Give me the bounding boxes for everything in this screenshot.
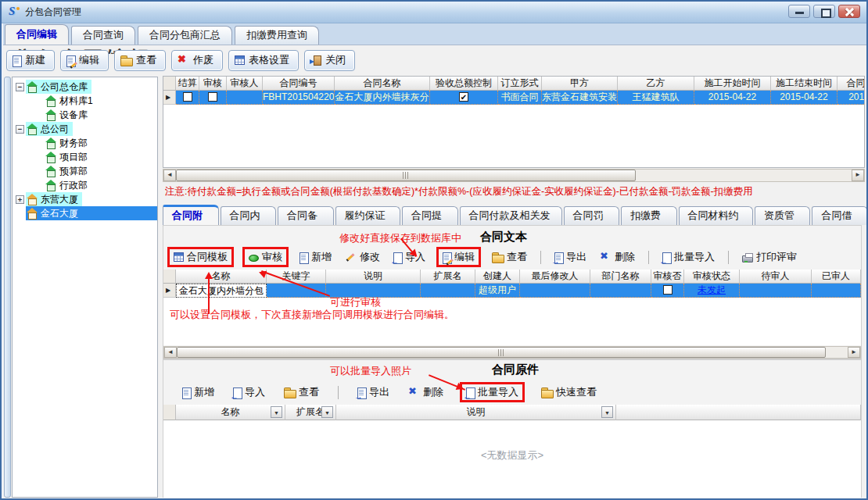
toolbar-button[interactable]: 删除 bbox=[406, 384, 446, 401]
column-header[interactable]: 合同名称 bbox=[335, 77, 430, 91]
row-indicator[interactable] bbox=[163, 284, 176, 298]
column-header[interactable]: 甲方 bbox=[542, 77, 618, 91]
grid-cell[interactable] bbox=[520, 284, 590, 298]
toolbar-button[interactable]: 表格设置 bbox=[228, 50, 299, 71]
scrollbar-thumb[interactable] bbox=[177, 347, 826, 358]
main-tab-3[interactable]: 合同分包商汇总 bbox=[138, 26, 232, 45]
column-header[interactable]: 验收总额控制 bbox=[430, 77, 498, 91]
checkbox[interactable] bbox=[663, 285, 673, 295]
column-header[interactable]: 订立形式 bbox=[498, 77, 542, 91]
tree-item[interactable]: 预算部 bbox=[13, 164, 157, 178]
filter-dropdown-icon[interactable] bbox=[321, 406, 333, 418]
column-header[interactable]: 审核 bbox=[199, 77, 227, 91]
column-header[interactable]: 名称 bbox=[176, 405, 285, 420]
grid-cell[interactable]: 超级用户 bbox=[475, 284, 520, 298]
column-header[interactable]: 结算 bbox=[176, 77, 199, 91]
main-tab-1[interactable]: 合同编辑 bbox=[5, 24, 69, 45]
grid-cell[interactable]: 2015-04-22 bbox=[694, 91, 771, 105]
tree-item-body[interactable]: 东营大厦 bbox=[26, 192, 82, 206]
toolbar-button[interactable]: 快速查看 bbox=[539, 384, 599, 401]
tree-item-body[interactable]: 项目部 bbox=[45, 150, 91, 164]
toolbar-button[interactable]: →导出 bbox=[552, 248, 589, 266]
grid-cell[interactable]: FBHT2015042201 bbox=[263, 91, 335, 105]
detail-tab-2[interactable]: 合同内容 bbox=[221, 206, 277, 225]
main-tab-2[interactable]: 合同查询 bbox=[71, 26, 135, 45]
toolbar-button[interactable]: 作废 bbox=[171, 50, 223, 71]
collapsed-splitter[interactable] bbox=[4, 77, 11, 498]
detail-tab-8[interactable]: 扣缴费用 bbox=[621, 206, 677, 225]
grid-cell[interactable]: ✔ bbox=[430, 91, 498, 105]
tree-item[interactable]: 材料库1 bbox=[13, 94, 157, 108]
checkbox[interactable]: ✔ bbox=[459, 92, 468, 102]
toolbar-button[interactable]: 关闭 bbox=[304, 50, 355, 71]
detail-tab-3[interactable]: 合同备注 bbox=[278, 206, 334, 225]
toolbar-button[interactable]: ←导入 bbox=[231, 384, 267, 401]
column-header[interactable]: 最后修改人 bbox=[520, 270, 590, 284]
tree-item-body[interactable]: 设备库 bbox=[45, 108, 91, 122]
column-header[interactable]: 扩展名 bbox=[421, 270, 475, 284]
grid-cell[interactable] bbox=[199, 91, 227, 105]
tree-item-body[interactable]: 行政部 bbox=[45, 178, 91, 192]
toolbar-button[interactable]: 审核 bbox=[242, 247, 289, 267]
toolbar-button[interactable]: 查看 bbox=[282, 384, 321, 401]
grid-cell[interactable] bbox=[651, 284, 684, 298]
scroll-left-icon[interactable] bbox=[164, 347, 177, 358]
toolbar-button[interactable]: 新增 bbox=[180, 384, 217, 401]
toolbar-button[interactable]: 删除 bbox=[597, 248, 637, 266]
tree-item[interactable]: −公司总仓库 bbox=[13, 80, 157, 94]
close-icon[interactable] bbox=[838, 5, 860, 18]
column-header[interactable]: 说明 bbox=[326, 270, 421, 284]
scrollbar-thumb[interactable] bbox=[176, 170, 636, 181]
horizontal-scrollbar[interactable] bbox=[163, 169, 865, 182]
maximize-icon[interactable] bbox=[813, 5, 835, 18]
grid-cell[interactable]: 王猛建筑队 bbox=[618, 91, 694, 105]
tree-item[interactable]: −总公司 bbox=[13, 122, 157, 136]
toolbar-button[interactable]: 新增 bbox=[297, 248, 334, 266]
minus-expander-icon[interactable]: − bbox=[16, 83, 24, 91]
toolbar-button[interactable]: 查看 bbox=[490, 248, 529, 266]
detail-tab-5[interactable]: 合同提醒 bbox=[402, 206, 458, 225]
scrollbar-track[interactable] bbox=[636, 170, 852, 181]
grid-cell[interactable]: 未发起 bbox=[684, 284, 740, 298]
column-header[interactable]: 部门名称 bbox=[590, 270, 651, 284]
toolbar-button[interactable]: →导出 bbox=[355, 384, 392, 401]
column-header[interactable]: 乙方 bbox=[618, 77, 694, 91]
toolbar-button[interactable]: 修改 bbox=[343, 248, 382, 266]
checkbox[interactable] bbox=[183, 92, 192, 102]
column-header[interactable]: 审核状态 bbox=[684, 270, 740, 284]
detail-tab-1[interactable]: 合同附件 bbox=[163, 205, 219, 225]
column-header[interactable]: 说明 bbox=[336, 405, 616, 420]
minus-expander-icon[interactable]: − bbox=[16, 125, 24, 134]
minimize-icon[interactable] bbox=[788, 5, 810, 18]
audit-status-link[interactable]: 未发起 bbox=[698, 284, 726, 295]
tree-item-body[interactable]: 财务部 bbox=[45, 136, 91, 150]
tree-item[interactable]: 金石大厦 bbox=[13, 206, 157, 220]
scroll-left-icon[interactable] bbox=[163, 170, 176, 181]
grid-cell[interactable]: 书面合同 bbox=[498, 91, 542, 105]
column-header[interactable]: 待审人 bbox=[740, 270, 812, 284]
column-header[interactable]: 合同编号 bbox=[263, 77, 335, 91]
scroll-right-icon[interactable] bbox=[852, 170, 864, 181]
plus-expander-icon[interactable]: + bbox=[16, 195, 24, 204]
tree-item-body[interactable]: 材料库1 bbox=[45, 94, 97, 108]
column-header[interactable]: 已审人 bbox=[812, 270, 861, 284]
tree-item[interactable]: 项目部 bbox=[13, 150, 157, 164]
row-indicator[interactable] bbox=[163, 91, 176, 105]
toolbar-button[interactable]: 编辑 bbox=[60, 50, 109, 71]
grid-cell[interactable] bbox=[227, 91, 263, 105]
tree-item-body[interactable]: 预算部 bbox=[45, 164, 91, 178]
table-row[interactable]: FBHT2015042201金石大厦内外墙抹灰分✔书面合同东营金石建筑安装王猛建… bbox=[163, 91, 864, 105]
detail-tab-11[interactable]: 合同借阅 bbox=[812, 206, 868, 225]
filter-dropdown-icon[interactable] bbox=[601, 406, 613, 418]
grid-cell[interactable] bbox=[740, 284, 812, 298]
tree-item-body[interactable]: 公司总仓库 bbox=[26, 80, 91, 94]
tree-item[interactable]: 设备库 bbox=[13, 108, 157, 122]
grid-cell[interactable] bbox=[421, 284, 475, 298]
column-header[interactable]: 施工开始时间 bbox=[694, 77, 771, 91]
toolbar-button[interactable]: 编辑 bbox=[436, 247, 481, 267]
checkbox[interactable] bbox=[208, 92, 217, 102]
toolbar-button[interactable]: ←导入 bbox=[391, 248, 428, 266]
tree-item-body[interactable]: 金石大厦 bbox=[26, 206, 157, 220]
column-header[interactable]: 合同签 bbox=[838, 77, 865, 91]
horizontal-scrollbar[interactable] bbox=[163, 346, 861, 359]
